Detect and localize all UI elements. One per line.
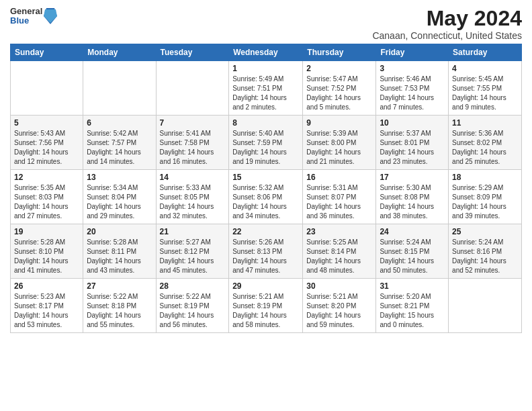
calendar-cell: 4Sunrise: 5:45 AM Sunset: 7:55 PM Daylig… xyxy=(449,61,522,116)
weekday-header-tuesday: Tuesday xyxy=(156,44,229,61)
weekday-header-sunday: Sunday xyxy=(11,44,83,61)
day-number: 9 xyxy=(306,118,372,128)
day-number: 27 xyxy=(87,281,152,291)
day-number: 23 xyxy=(306,227,372,236)
calendar-cell: 16Sunrise: 5:31 AM Sunset: 8:07 PM Dayli… xyxy=(303,170,376,224)
svg-marker-1 xyxy=(44,9,57,23)
calendar-cell: 12Sunrise: 5:35 AM Sunset: 8:03 PM Dayli… xyxy=(11,170,83,224)
day-number: 19 xyxy=(14,227,79,236)
day-number: 7 xyxy=(160,118,226,128)
calendar-cell: 27Sunrise: 5:22 AM Sunset: 8:18 PM Dayli… xyxy=(83,279,156,333)
location: Canaan, Connecticut, United States xyxy=(372,30,522,41)
day-number: 5 xyxy=(14,118,79,128)
day-info: Sunrise: 5:25 AM Sunset: 8:14 PM Dayligh… xyxy=(306,238,372,275)
weekday-header-wednesday: Wednesday xyxy=(229,44,303,61)
day-number: 26 xyxy=(14,281,79,291)
page: General Blue May 2024 Canaan, Connecticu… xyxy=(0,0,532,411)
day-info: Sunrise: 5:36 AM Sunset: 8:02 PM Dayligh… xyxy=(452,129,518,167)
day-info: Sunrise: 5:37 AM Sunset: 8:01 PM Dayligh… xyxy=(380,129,445,167)
weekday-header-saturday: Saturday xyxy=(449,44,522,61)
day-info: Sunrise: 5:21 AM Sunset: 8:19 PM Dayligh… xyxy=(232,292,299,330)
calendar-cell: 7Sunrise: 5:41 AM Sunset: 7:58 PM Daylig… xyxy=(156,116,229,170)
day-number: 2 xyxy=(306,64,372,73)
weekday-header-friday: Friday xyxy=(376,44,449,61)
day-info: Sunrise: 5:21 AM Sunset: 8:20 PM Dayligh… xyxy=(306,292,372,330)
calendar-cell: 15Sunrise: 5:32 AM Sunset: 8:06 PM Dayli… xyxy=(229,170,303,224)
calendar-cell: 14Sunrise: 5:33 AM Sunset: 8:05 PM Dayli… xyxy=(156,170,229,224)
calendar-cell: 25Sunrise: 5:24 AM Sunset: 8:16 PM Dayli… xyxy=(449,224,522,279)
day-info: Sunrise: 5:22 AM Sunset: 8:18 PM Dayligh… xyxy=(87,292,152,330)
day-number: 16 xyxy=(306,173,372,182)
calendar-week-5: 26Sunrise: 5:23 AM Sunset: 8:17 PM Dayli… xyxy=(11,279,522,333)
calendar-cell: 28Sunrise: 5:22 AM Sunset: 8:19 PM Dayli… xyxy=(156,279,229,333)
day-info: Sunrise: 5:40 AM Sunset: 7:59 PM Dayligh… xyxy=(232,129,299,167)
calendar-cell: 31Sunrise: 5:20 AM Sunset: 8:21 PM Dayli… xyxy=(376,279,449,333)
day-number: 12 xyxy=(14,173,79,182)
day-info: Sunrise: 5:27 AM Sunset: 8:12 PM Dayligh… xyxy=(160,238,226,275)
logo-blue: Blue xyxy=(10,16,42,26)
calendar-cell: 21Sunrise: 5:27 AM Sunset: 8:12 PM Dayli… xyxy=(156,224,229,279)
calendar-cell: 3Sunrise: 5:46 AM Sunset: 7:53 PM Daylig… xyxy=(376,61,449,116)
day-info: Sunrise: 5:26 AM Sunset: 8:13 PM Dayligh… xyxy=(232,238,299,275)
day-number: 17 xyxy=(380,173,445,182)
calendar-cell xyxy=(11,61,83,116)
day-number: 25 xyxy=(452,227,518,236)
day-number: 18 xyxy=(452,173,518,182)
weekday-header-monday: Monday xyxy=(83,44,156,61)
month-title: May 2024 xyxy=(372,7,522,30)
calendar-cell: 13Sunrise: 5:34 AM Sunset: 8:04 PM Dayli… xyxy=(83,170,156,224)
day-number: 22 xyxy=(232,227,299,236)
calendar-header-row: SundayMondayTuesdayWednesdayThursdayFrid… xyxy=(11,44,522,61)
day-number: 1 xyxy=(232,64,299,73)
calendar-cell xyxy=(83,61,156,116)
calendar-cell: 24Sunrise: 5:24 AM Sunset: 8:15 PM Dayli… xyxy=(376,224,449,279)
calendar-cell: 10Sunrise: 5:37 AM Sunset: 8:01 PM Dayli… xyxy=(376,116,449,170)
calendar-cell: 22Sunrise: 5:26 AM Sunset: 8:13 PM Dayli… xyxy=(229,224,303,279)
calendar-week-1: 1Sunrise: 5:49 AM Sunset: 7:51 PM Daylig… xyxy=(11,61,522,116)
day-info: Sunrise: 5:31 AM Sunset: 8:07 PM Dayligh… xyxy=(306,183,372,221)
day-number: 21 xyxy=(160,227,226,236)
day-info: Sunrise: 5:23 AM Sunset: 8:17 PM Dayligh… xyxy=(14,292,79,330)
calendar-cell: 23Sunrise: 5:25 AM Sunset: 8:14 PM Dayli… xyxy=(303,224,376,279)
calendar-cell: 6Sunrise: 5:42 AM Sunset: 7:57 PM Daylig… xyxy=(83,116,156,170)
calendar-cell: 20Sunrise: 5:28 AM Sunset: 8:11 PM Dayli… xyxy=(83,224,156,279)
header: General Blue May 2024 Canaan, Connecticu… xyxy=(10,7,522,41)
calendar-cell: 18Sunrise: 5:29 AM Sunset: 8:09 PM Dayli… xyxy=(449,170,522,224)
day-info: Sunrise: 5:43 AM Sunset: 7:56 PM Dayligh… xyxy=(14,129,79,167)
day-info: Sunrise: 5:28 AM Sunset: 8:11 PM Dayligh… xyxy=(87,238,152,275)
calendar-cell: 1Sunrise: 5:49 AM Sunset: 7:51 PM Daylig… xyxy=(229,61,303,116)
weekday-header-thursday: Thursday xyxy=(303,44,376,61)
day-number: 10 xyxy=(380,118,445,128)
calendar-week-2: 5Sunrise: 5:43 AM Sunset: 7:56 PM Daylig… xyxy=(11,116,522,170)
day-number: 11 xyxy=(452,118,518,128)
day-info: Sunrise: 5:22 AM Sunset: 8:19 PM Dayligh… xyxy=(160,292,226,330)
calendar-cell: 30Sunrise: 5:21 AM Sunset: 8:20 PM Dayli… xyxy=(303,279,376,333)
calendar-cell xyxy=(156,61,229,116)
day-info: Sunrise: 5:47 AM Sunset: 7:52 PM Dayligh… xyxy=(306,75,372,112)
title-area: May 2024 Canaan, Connecticut, United Sta… xyxy=(372,7,522,41)
calendar-cell: 11Sunrise: 5:36 AM Sunset: 8:02 PM Dayli… xyxy=(449,116,522,170)
logo-general: General xyxy=(10,7,42,16)
day-info: Sunrise: 5:49 AM Sunset: 7:51 PM Dayligh… xyxy=(232,75,299,112)
logo-text: General Blue xyxy=(10,7,42,26)
day-number: 14 xyxy=(160,173,226,182)
day-info: Sunrise: 5:20 AM Sunset: 8:21 PM Dayligh… xyxy=(380,292,445,330)
logo-icon xyxy=(44,7,57,26)
day-number: 6 xyxy=(87,118,152,128)
day-number: 3 xyxy=(380,64,445,73)
day-info: Sunrise: 5:33 AM Sunset: 8:05 PM Dayligh… xyxy=(160,183,226,221)
logo: General Blue xyxy=(10,7,57,26)
calendar-cell: 8Sunrise: 5:40 AM Sunset: 7:59 PM Daylig… xyxy=(229,116,303,170)
day-info: Sunrise: 5:24 AM Sunset: 8:16 PM Dayligh… xyxy=(452,238,518,275)
day-info: Sunrise: 5:30 AM Sunset: 8:08 PM Dayligh… xyxy=(380,183,445,221)
day-info: Sunrise: 5:42 AM Sunset: 7:57 PM Dayligh… xyxy=(87,129,152,167)
calendar-week-3: 12Sunrise: 5:35 AM Sunset: 8:03 PM Dayli… xyxy=(11,170,522,224)
day-number: 15 xyxy=(232,173,299,182)
day-info: Sunrise: 5:39 AM Sunset: 8:00 PM Dayligh… xyxy=(306,129,372,167)
day-info: Sunrise: 5:29 AM Sunset: 8:09 PM Dayligh… xyxy=(452,183,518,221)
calendar-cell: 29Sunrise: 5:21 AM Sunset: 8:19 PM Dayli… xyxy=(229,279,303,333)
day-info: Sunrise: 5:46 AM Sunset: 7:53 PM Dayligh… xyxy=(380,75,445,112)
day-number: 8 xyxy=(232,118,299,128)
calendar-cell: 9Sunrise: 5:39 AM Sunset: 8:00 PM Daylig… xyxy=(303,116,376,170)
calendar-cell: 17Sunrise: 5:30 AM Sunset: 8:08 PM Dayli… xyxy=(376,170,449,224)
